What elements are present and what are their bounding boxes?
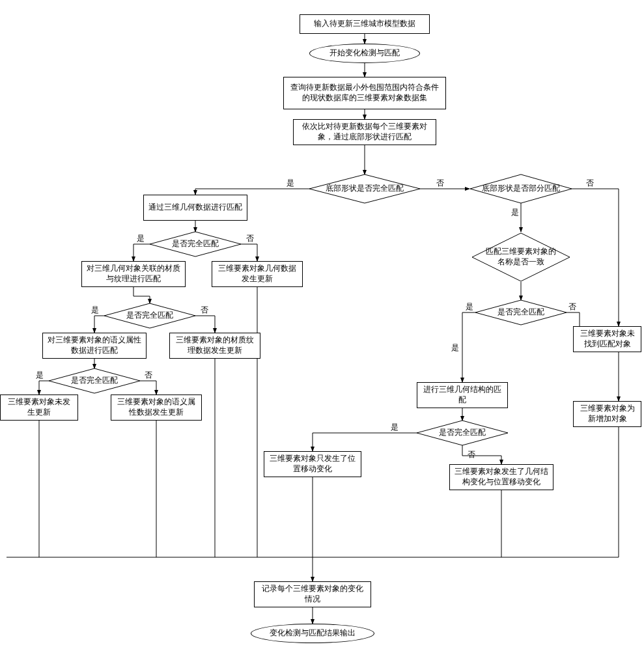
- box-semantic-updated: 三维要素对象的语义属性数据发生更新: [111, 395, 202, 421]
- lbl-yes-7: 是: [451, 342, 459, 353]
- lbl-yes-2: 是: [511, 207, 519, 218]
- decision-geometry-full-match: 是否完全匹配: [158, 239, 233, 249]
- decision-name-consistent: 匹配三维要素对象的名称是否一致: [482, 246, 560, 268]
- decision-name-full-match: 是否完全匹配: [483, 307, 559, 318]
- decision-bottom-partial-match: 底部形状是否部分匹配: [471, 183, 570, 195]
- lbl-yes-4: 是: [91, 305, 99, 316]
- decision-material-full-match: 是否完全匹配: [112, 311, 188, 321]
- box-material-updated: 三维要素对象的材质纹理数据发生更新: [169, 333, 260, 359]
- lbl-yes-3: 是: [137, 233, 145, 244]
- box-not-updated: 三维要素对象未发生更新: [0, 395, 78, 421]
- lbl-no-1: 否: [436, 178, 444, 189]
- lbl-no-6: 否: [568, 301, 576, 312]
- box-record-changes: 记录每个三维要素对象的变化情况: [254, 581, 371, 607]
- terminator-output: 变化检测与匹配结果输出: [251, 624, 374, 643]
- lbl-no-5: 否: [145, 370, 152, 381]
- lbl-yes-8: 是: [391, 422, 399, 433]
- decision-semantic-full-match: 是否完全匹配: [57, 376, 132, 386]
- decision-structure-full-match: 是否完全匹配: [425, 428, 500, 438]
- box-input-data: 输入待更新三维城市模型数据: [300, 14, 430, 34]
- lbl-yes-1: 是: [287, 178, 294, 189]
- lbl-no-4: 否: [201, 305, 208, 316]
- lbl-no-8: 否: [468, 449, 475, 460]
- lbl-no-3: 否: [246, 233, 254, 244]
- box-structure-position-change: 三维要素对象发生了几何结构变化与位置移动变化: [449, 464, 553, 490]
- decision-bottom-full-match: 底部形状是否完全匹配: [313, 183, 417, 195]
- box-match-geometry-structure: 进行三维几何结构的匹配: [417, 382, 508, 408]
- box-only-position-change: 三维要素对象只发生了位置移动变化: [264, 451, 361, 477]
- box-query-dataset: 查询待更新数据最小外包围范围内符合条件的现状数据库的三维要素对象数据集: [283, 77, 446, 109]
- lbl-no-2: 否: [586, 178, 594, 189]
- lbl-yes-5: 是: [36, 370, 44, 381]
- box-new-object: 三维要素对象为新增加对象: [573, 401, 641, 427]
- terminator-start: 开始变化检测与匹配: [309, 44, 420, 63]
- box-geometry-updated: 三维要素对象几何数据发生更新: [212, 261, 303, 287]
- box-match-material-texture: 对三维几何对象关联的材质与纹理进行匹配: [81, 261, 186, 287]
- box-match-semantic-attr: 对三维要素对象的语义属性数据进行匹配: [42, 333, 147, 359]
- box-no-match-found: 三维要素对象未找到匹配对象: [573, 326, 641, 352]
- lbl-yes-6: 是: [466, 301, 473, 312]
- box-compare-bottom-shape: 依次比对待更新数据每个三维要素对象，通过底部形状进行匹配: [293, 119, 436, 145]
- box-match-3d-geometry: 通过三维几何数据进行匹配: [143, 195, 247, 221]
